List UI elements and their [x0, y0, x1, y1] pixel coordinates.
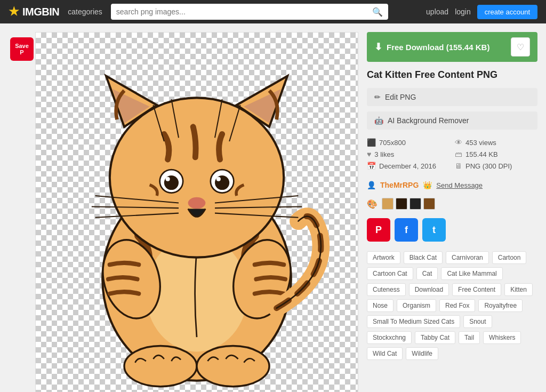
color-swatch: [382, 198, 394, 210]
meta-filesize: 🗃 155.44 KB: [455, 150, 537, 158]
tag[interactable]: Free Content: [452, 283, 501, 296]
ai-bg-remover-button[interactable]: 🤖 AI Background Remover: [367, 111, 537, 130]
palette-icon: 🎨: [367, 199, 378, 209]
tag[interactable]: Cartoon: [492, 251, 527, 264]
tag[interactable]: Tabby Cat: [415, 331, 455, 344]
tag[interactable]: Stockxchng: [367, 331, 412, 344]
tag[interactable]: Organism: [397, 299, 436, 312]
dimensions-icon: ⬛: [367, 138, 376, 147]
svg-point-17: [188, 197, 206, 209]
download-bar[interactable]: ⬇ Free Download (155.44 KB) ♡: [367, 32, 537, 62]
meta-views: 👁 453 views: [455, 138, 537, 147]
date-icon: 📅: [367, 162, 376, 170]
tag[interactable]: Kitten: [504, 283, 533, 296]
meta-dimensions: ⬛ 705x800: [367, 138, 449, 147]
upload-link[interactable]: upload: [426, 7, 448, 16]
filesize-value: 155.44 KB: [465, 150, 498, 158]
tag[interactable]: Artwork: [367, 251, 400, 264]
social-row: P f t: [367, 216, 537, 244]
views-icon: 👁: [455, 138, 462, 147]
logo-star-icon: ★: [9, 5, 19, 19]
heart-button[interactable]: ♡: [511, 37, 530, 57]
tag[interactable]: Snout: [463, 315, 492, 328]
filesize-icon: 🗃: [455, 150, 462, 158]
tag[interactable]: Nose: [367, 299, 394, 312]
views-value: 453 views: [465, 139, 496, 147]
download-label: Free Download (155.44 KB): [387, 43, 489, 52]
edit-png-button[interactable]: ✏ Edit PNG: [367, 88, 537, 106]
color-swatch: [423, 198, 435, 210]
tag[interactable]: Download: [409, 283, 449, 296]
login-link[interactable]: login: [455, 7, 471, 16]
crown-icon: 👑: [423, 181, 432, 189]
color-swatch: [410, 198, 421, 210]
svg-point-15: [166, 177, 170, 181]
meta-grid: ⬛ 705x800 👁 453 views ♥ 3 likes 🗃 155.44…: [367, 135, 537, 173]
tag[interactable]: Wildlife: [406, 347, 438, 360]
facebook-share-button[interactable]: f: [395, 218, 418, 242]
svg-point-16: [216, 177, 221, 181]
tag[interactable]: Red Fox: [439, 299, 475, 312]
author-icon: 👤: [367, 181, 376, 189]
format-value: PNG (300 DPI): [465, 162, 512, 170]
svg-point-2: [124, 346, 197, 387]
tags-section: ArtworkBlack CatCarnivoranCartoonCartoon…: [367, 249, 537, 362]
tag[interactable]: Cat Like Mammal: [441, 267, 502, 280]
format-icon: 🖥: [455, 162, 462, 170]
tag[interactable]: Cartoon Cat: [367, 267, 413, 280]
save-label: Save: [15, 43, 29, 49]
dimensions-value: 705x800: [379, 139, 406, 147]
edit-label: Edit PNG: [385, 93, 416, 101]
image-container: [35, 32, 358, 392]
left-sidebar: Save P: [9, 32, 35, 392]
search-bar: 🔍: [111, 4, 388, 20]
send-message-link[interactable]: Send Message: [436, 181, 483, 189]
date-value: December 4, 2016: [379, 162, 436, 170]
tag[interactable]: Whiskers: [483, 331, 521, 344]
header: ★ IMGBIN categories 🔍 upload login creat…: [0, 0, 546, 23]
tag[interactable]: Tail: [459, 331, 480, 344]
image-title: Cat Kitten Free Content PNG: [367, 67, 537, 83]
edit-icon: ✏: [374, 93, 381, 101]
meta-likes: ♥ 3 likes: [367, 150, 449, 158]
search-input[interactable]: [111, 7, 367, 16]
tag[interactable]: Small To Medium Sized Cats: [367, 315, 460, 328]
logo-text: IMGBIN: [22, 6, 59, 18]
ai-icon: 🤖: [374, 116, 383, 125]
svg-point-6: [110, 98, 284, 257]
ai-label: AI Background Remover: [388, 116, 469, 125]
main-content: Save P: [0, 23, 546, 392]
tag[interactable]: Black Cat: [404, 251, 443, 264]
tag[interactable]: Wild Cat: [367, 347, 403, 360]
right-panel: ⬇ Free Download (155.44 KB) ♡ Cat Kitten…: [367, 32, 537, 392]
likes-icon: ♥: [367, 150, 371, 158]
create-account-button[interactable]: create account: [477, 5, 537, 19]
pinterest-icon: P: [20, 49, 23, 55]
author-name[interactable]: TheMrRPG: [380, 181, 419, 189]
meta-date: 📅 December 4, 2016: [367, 162, 449, 170]
author-row: 👤 TheMrRPG 👑 Send Message: [367, 179, 537, 191]
save-button[interactable]: Save P: [10, 37, 34, 61]
svg-point-3: [197, 346, 269, 387]
twitter-share-button[interactable]: t: [422, 218, 446, 242]
download-icon: ⬇: [374, 41, 382, 53]
cat-image: [52, 33, 342, 392]
logo[interactable]: ★ IMGBIN: [9, 5, 59, 19]
tag[interactable]: Cuteness: [367, 283, 406, 296]
pinterest-share-button[interactable]: P: [367, 218, 390, 242]
tag[interactable]: Carnivoran: [446, 251, 489, 264]
tag[interactable]: Cat: [416, 267, 438, 280]
color-swatch: [396, 198, 407, 210]
categories-nav[interactable]: categories: [68, 7, 102, 16]
color-swatches: 🎨: [367, 197, 537, 211]
tag[interactable]: Royaltyfree: [478, 299, 523, 312]
header-right: upload login create account: [426, 5, 537, 19]
meta-format: 🖥 PNG (300 DPI): [455, 162, 537, 170]
download-bar-left: ⬇ Free Download (155.44 KB): [374, 41, 489, 53]
search-button[interactable]: 🔍: [367, 7, 388, 17]
likes-value: 3 likes: [374, 150, 394, 158]
